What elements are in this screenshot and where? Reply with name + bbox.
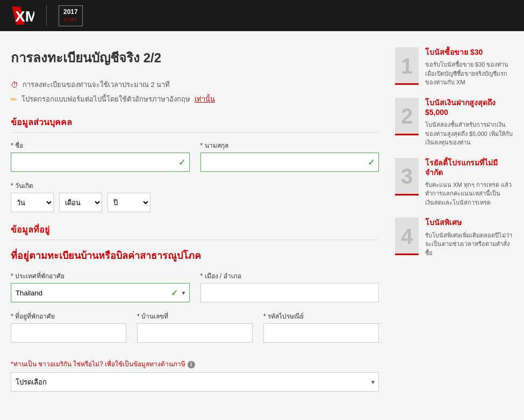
citizenship-select-wrap: โปรดเลือก ▼	[11, 372, 379, 392]
promo-content: โบนัสซื้อขาย $30 ขอรับโบนัสซื้อขาย $30 ข…	[425, 47, 513, 87]
promo-number: 4	[395, 218, 419, 255]
promo-card: 2 โบนัสเงินฝากสูงสุดถึง $5,000 โบนัสสองช…	[395, 98, 513, 147]
logo-badge: 2017 กาล่า	[59, 5, 83, 26]
country-city-row: * ประเทศที่พักอาศัย Thailand ✓ ▼ * เมือง…	[11, 271, 379, 302]
country-select-wrap: Thailand ✓ ▼	[11, 283, 190, 302]
first-name-group: * ชื่อ ✓	[11, 140, 190, 172]
logo-award: กาล่า	[63, 16, 78, 24]
promo-title: โบนัสพิเศษ	[425, 218, 513, 227]
name-row: * ชื่อ ✓ * นามสกุล ✓	[11, 140, 379, 172]
pencil-icon: ✏	[11, 95, 17, 104]
postal-input[interactable]	[263, 323, 379, 343]
dob-month-select[interactable]: เดือน	[59, 193, 102, 212]
xm-logo-icon: XM	[11, 5, 34, 26]
info-text-time: การลงทะเบียนของท่านจะใช้เวลาประมาณ 2 นาท…	[23, 79, 170, 90]
country-label: * ประเทศที่พักอาศัย	[11, 271, 190, 281]
clock-icon: ⏱	[11, 81, 18, 89]
page-title: การลงทะเบียนบัญชีจริง 2/2	[11, 47, 379, 68]
promo-card: 1 โบนัสซื้อขาย $30 ขอรับโบนัสซื้อขาย $30…	[395, 47, 513, 87]
promo-number: 1	[395, 47, 419, 85]
city-label: * เมือง / อำเภอ	[200, 271, 379, 281]
personal-section-title: ข้อมูลส่วนบุคคล	[11, 115, 379, 133]
country-group: * ประเทศที่พักอาศัย Thailand ✓ ▼	[11, 271, 190, 302]
last-name-label: * นามสกุล	[200, 140, 379, 150]
dob-year-group: ปี	[107, 193, 150, 212]
first-name-checkmark: ✓	[178, 157, 185, 168]
citizenship-section: *ท่านเป็น ชาวอเมริกัน ใช่หรือไม่? เพื่อใ…	[11, 353, 379, 397]
first-name-label: * ชื่อ	[11, 140, 190, 150]
last-name-input[interactable]	[200, 153, 379, 172]
promo-desc: โบนัสสองชั้นสำหรับการฝากเงินของท่านสูงสุ…	[425, 120, 513, 147]
promo-number: 2	[395, 98, 419, 135]
promo-cards: 1 โบนัสซื้อขาย $30 ขอรับโบนัสซื้อขาย $30…	[395, 47, 513, 257]
citizenship-question: *ท่านเป็น ชาวอเมริกัน ใช่หรือไม่? เพื่อใ…	[11, 360, 185, 368]
form-area: การลงทะเบียนบัญชีจริง 2/2 ⏱ การลงทะเบียน…	[11, 47, 379, 397]
postal-label: * รหัสไปรษณีย์	[263, 311, 379, 321]
first-name-input[interactable]	[11, 153, 190, 172]
promo-card: 4 โบนัสพิเศษ รับโบนัสพิเศษเพิ่มเติมตลอดป…	[395, 218, 513, 257]
promo-title: โรยัลตี้โปรแกรมที่ไม่มีจำกัด	[425, 158, 513, 177]
street-label: * ที่อยู่ที่พักอาศัย	[11, 311, 126, 321]
city-group: * เมือง / อำเภอ	[200, 271, 379, 302]
house-group: * บ้านเลขที่	[137, 311, 253, 343]
last-name-group: * นามสกุล ✓	[200, 140, 379, 172]
street-input[interactable]	[11, 323, 126, 343]
main-container: การลงทะเบียนบัญชีจริง 2/2 ⏱ การลงทะเบียน…	[0, 31, 524, 413]
dob-label: * วันเกิด	[11, 180, 379, 191]
promo-title: โบนัสเงินฝากสูงสุดถึง $5,000	[425, 98, 513, 117]
dob-year-select[interactable]: ปี	[107, 193, 150, 212]
promo-number: 3	[395, 158, 419, 195]
sidebar: 1 โบนัสซื้อขาย $30 ขอรับโบนัสซื้อขาย $30…	[395, 47, 513, 397]
info-row-time: ⏱ การลงทะเบียนของท่านจะใช้เวลาประมาณ 2 น…	[11, 79, 379, 90]
country-select[interactable]: Thailand	[11, 283, 190, 302]
citizenship-info-icon[interactable]: i	[188, 361, 195, 368]
promo-content: โบนัสพิเศษ รับโบนัสพิเศษเพิ่มเติมตลอดปีไ…	[425, 218, 513, 257]
promo-desc: รับคะแนน XM ทุกๆ การเทรด แล้วทำการแลกคะแ…	[425, 180, 513, 207]
info-text-lang: โปรดกรอกแบบฟอร์มต่อไปนี้โดยใช้ตัวอักษรภา…	[21, 93, 190, 105]
promo-card: 3 โรยัลตี้โปรแกรมที่ไม่มีจำกัด รับคะแนน …	[395, 158, 513, 207]
logo-area: XM 2017 กาล่า	[11, 5, 83, 26]
dob-row: วัน เดือน ปี	[11, 193, 379, 212]
info-row-lang: ✏ โปรดกรอกแบบฟอร์มต่อไปนี้โดยใช้ตัวอักษร…	[11, 93, 379, 105]
city-input[interactable]	[200, 283, 379, 302]
logo-xm: XM	[11, 5, 34, 26]
promo-content: โบนัสเงินฝากสูงสุดถึง $5,000 โบนัสสองชั้…	[425, 98, 513, 147]
dob-section: * วันเกิด วัน เดือน ปี	[11, 180, 379, 212]
house-input[interactable]	[137, 323, 253, 343]
street-row: * ที่อยู่ที่พักอาศัย * บ้านเลขที่ * รหัส…	[11, 311, 379, 343]
house-label: * บ้านเลขที่	[137, 311, 253, 321]
header: XM 2017 กาล่า	[0, 0, 524, 31]
promo-content: โรยัลตี้โปรแกรมที่ไม่มีจำกัด รับคะแนน XM…	[425, 158, 513, 207]
first-name-input-wrap: ✓	[11, 153, 190, 172]
dob-day-select[interactable]: วัน	[11, 193, 54, 212]
promo-desc: รับโบนัสพิเศษเพิ่มเติมตลอดปีไม่ว่าจะเป็น…	[425, 231, 513, 258]
logo-divider	[46, 5, 47, 26]
last-name-input-wrap: ✓	[200, 153, 379, 172]
dob-day-group: วัน	[11, 193, 54, 212]
address-section-title: ข้อมูลที่อยู่	[11, 223, 379, 240]
citizenship-select[interactable]: โปรดเลือก	[11, 372, 379, 392]
logo-year: 2017	[63, 8, 78, 16]
svg-text:XM: XM	[15, 8, 34, 25]
english-only-link[interactable]: เท่านั้น	[195, 93, 215, 105]
dob-month-group: เดือน	[59, 193, 102, 212]
street-group: * ที่อยู่ที่พักอาศัย	[11, 311, 126, 343]
citizenship-label-row: *ท่านเป็น ชาวอเมริกัน ใช่หรือไม่? เพื่อใ…	[11, 359, 379, 369]
postal-group: * รหัสไปรษณีย์	[263, 311, 379, 343]
address-note: ที่อยู่ตามทะเบียนบ้านหรือบิลค่าสาธารณูปโ…	[11, 248, 379, 263]
last-name-checkmark: ✓	[368, 157, 375, 168]
promo-title: โบนัสซื้อขาย $30	[425, 47, 513, 57]
promo-desc: ขอรับโบนัสซื้อขาย $30 ของท่านเมื่อเปิดบั…	[425, 60, 513, 87]
